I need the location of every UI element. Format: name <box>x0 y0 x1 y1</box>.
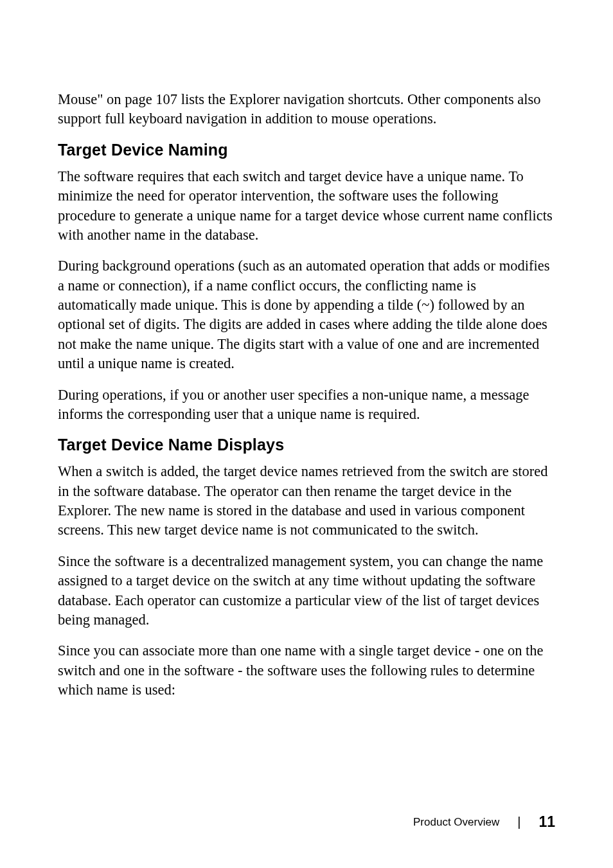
section2-paragraph-1: When a switch is added, the target devic… <box>58 462 555 540</box>
footer-section-name: Product Overview <box>413 816 499 829</box>
section1-paragraph-3: During operations, if you or another use… <box>58 385 555 425</box>
section2-paragraph-3: Since you can associate more than one na… <box>58 641 555 700</box>
footer-page-number: 11 <box>538 813 555 831</box>
footer-divider: | <box>517 815 520 829</box>
heading-target-device-name-displays: Target Device Name Displays <box>58 436 555 454</box>
heading-target-device-naming: Target Device Naming <box>58 141 555 159</box>
section1-paragraph-2: During background operations (such as an… <box>58 256 555 373</box>
section1-paragraph-1: The software requires that each switch a… <box>58 167 555 245</box>
section2-paragraph-2: Since the software is a decentralized ma… <box>58 552 555 630</box>
page-footer: Product Overview | 11 <box>413 813 555 831</box>
intro-paragraph: Mouse" on page 107 lists the Explorer na… <box>58 90 555 129</box>
